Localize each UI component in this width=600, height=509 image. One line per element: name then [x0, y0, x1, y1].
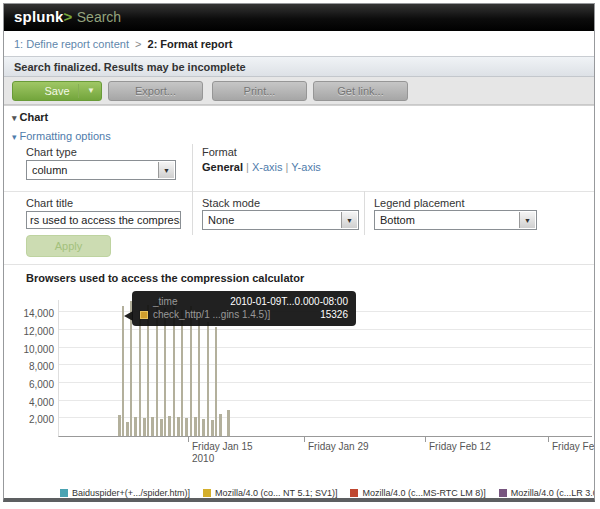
column-bar-short[interactable] [118, 415, 121, 436]
tooltip-time-label: _time [153, 295, 222, 308]
formatting-options-collapse-icon[interactable]: ▾ [12, 132, 17, 142]
chart-section-collapse-icon[interactable]: ▾ [12, 113, 17, 123]
tooltip-pointer-icon [124, 311, 133, 321]
stack-mode-select[interactable]: None ▼ [202, 210, 359, 230]
legend-item-label: Mozilla/4.0 (c...MS-RTC LM 8)] [362, 488, 485, 498]
x-axis-tick-label: Friday Jan 29 [308, 441, 369, 453]
app-name: Search [77, 9, 121, 25]
legend-swatch-icon [499, 489, 507, 497]
legend-swatch-icon [350, 489, 358, 497]
y-axis-tick-label: 4,000 [6, 397, 54, 408]
form-divider-vertical-1 [192, 144, 193, 191]
stack-mode-select-arrow-icon[interactable]: ▼ [341, 212, 357, 228]
save-button-label: Save [44, 85, 69, 97]
stack-mode-label: Stack mode [202, 197, 260, 209]
save-dropdown-caret-icon[interactable]: ▼ [87, 82, 95, 100]
legend-placement-label: Legend placement [374, 197, 465, 209]
legend-swatch-icon [203, 489, 211, 497]
chart-title-label: Chart title [26, 197, 73, 209]
legend-item[interactable]: Mozilla/4.0 (c...MS-RTC LM 8)] [350, 488, 485, 498]
y-axis-tick-label: 10,000 [6, 344, 54, 355]
legend-placement-select-arrow-icon[interactable]: ▼ [519, 212, 535, 228]
legend-item-label: Baiduspider+(+.../spider.htm)] [72, 488, 190, 498]
legend-item[interactable]: Mozilla/4.0 (co... NT 5.1; SV1)] [203, 488, 337, 498]
y-axis-tick-label: 6,000 [6, 379, 54, 390]
export-button[interactable]: Export... [108, 81, 203, 101]
breadcrumb-separator: > [135, 38, 141, 50]
x-axis-tick-label: Friday Jan 152010 [192, 441, 253, 465]
chart-type-select[interactable]: column ▼ [26, 160, 176, 180]
save-button[interactable]: Save ▼ [12, 81, 102, 101]
column-bar-short[interactable] [143, 418, 146, 436]
form-divider-vertical-2 [192, 191, 193, 235]
chart-title-heading: Browsers used to access the compression … [26, 272, 304, 284]
legend-item-label: Mozilla/4.0 (c...LR 3.0.30729)] [511, 488, 595, 498]
legend-placement-select[interactable]: Bottom ▼ [374, 210, 537, 230]
chart-section-header[interactable]: ▾Chart [4, 105, 594, 125]
formatting-options-row: ▾Formatting options [4, 125, 594, 146]
toolbar: Save ▼ Export... Print... Get link... [4, 77, 594, 105]
format-tab-separator-1: | [246, 161, 249, 173]
column-bar-short[interactable] [151, 417, 154, 436]
column-bar[interactable] [215, 327, 217, 436]
y-axis-tick-label: 2,000 [6, 414, 54, 425]
chart-tooltip: _time 2010-01-09T...0.000-08:00 check_ht… [132, 291, 356, 326]
legend-item[interactable]: Mozilla/4.0 (c...LR 3.0.30729)] [499, 488, 595, 498]
x-axis-tick [548, 437, 549, 442]
column-bar-short[interactable] [177, 417, 180, 436]
format-label: Format [202, 146, 237, 158]
column-bar-short[interactable] [168, 416, 171, 436]
x-axis-tick-label: Friday Feb 26 [552, 441, 595, 453]
column-bar[interactable] [139, 310, 141, 436]
tooltip-series-swatch-icon [140, 311, 148, 319]
chart: Friday Jan 152010Friday Jan 29Friday Feb… [4, 284, 595, 501]
column-bar[interactable] [122, 306, 124, 436]
format-tab-separator-2: | [286, 161, 289, 173]
form-divider-horizontal-1 [4, 191, 594, 192]
column-bar[interactable] [198, 312, 200, 436]
legend-placement-value: Bottom [380, 214, 415, 226]
breadcrumb: 1: Define report content > 2: Format rep… [4, 31, 594, 56]
tooltip-series-label: check_http/1 ...gins 1.4.5)] [153, 308, 312, 321]
print-button[interactable]: Print... [212, 81, 307, 101]
x-axis-tick [304, 437, 305, 442]
y-axis-tick-label: 14,000 [6, 308, 54, 319]
y-axis-tick-label: 8,000 [6, 361, 54, 372]
chart-type-label: Chart type [26, 146, 77, 158]
legend-item[interactable]: Baiduspider+(+.../spider.htm)] [60, 488, 190, 498]
y-axis-tick-label: 12,000 [6, 326, 54, 337]
app-window: splunk> Search 1: Define report content … [3, 3, 595, 502]
tooltip-value: 15326 [320, 308, 348, 321]
apply-button[interactable]: Apply [26, 235, 111, 257]
column-bar-short[interactable] [202, 419, 205, 436]
column-bar-short[interactable] [126, 422, 129, 436]
tab-y-axis[interactable]: Y-axis [291, 161, 321, 173]
stack-mode-value: None [208, 214, 234, 226]
get-link-button[interactable]: Get link... [313, 81, 408, 101]
column-bar-short[interactable] [160, 419, 163, 436]
chart-title-input[interactable]: rs used to access the compression calcul… [26, 211, 181, 229]
column-bar[interactable] [207, 322, 209, 436]
formatting-options-link[interactable]: Formatting options [20, 130, 111, 142]
column-bar-short[interactable] [185, 418, 188, 436]
tab-x-axis[interactable]: X-axis [252, 161, 283, 173]
status-bar: Search finalized. Results may be incompl… [4, 56, 594, 77]
column-bar-short[interactable] [194, 417, 197, 436]
breadcrumb-step1-link[interactable]: 1: Define report content [14, 38, 129, 50]
status-message: Search finalized. Results may be incompl… [14, 61, 246, 73]
save-split-divider [78, 84, 79, 98]
legend-swatch-icon [60, 489, 68, 497]
column-bar-short[interactable] [211, 420, 214, 436]
chart-legend: Baiduspider+(+.../spider.htm)]Mozilla/4.… [60, 486, 595, 500]
x-axis-tick [425, 437, 426, 442]
tooltip-time-value: 2010-01-09T...0.000-08:00 [230, 295, 348, 308]
column-bar-short[interactable] [134, 417, 137, 436]
column-bar-short[interactable] [227, 410, 230, 436]
legend-item-label: Mozilla/4.0 (co... NT 5.1; SV1)] [215, 488, 337, 498]
chart-type-select-arrow-icon[interactable]: ▼ [158, 162, 174, 178]
tab-general[interactable]: General [202, 161, 243, 173]
format-tabs: General | X-axis | Y-axis [202, 161, 321, 173]
column-bar[interactable] [164, 308, 166, 436]
column-bar-short[interactable] [219, 414, 222, 436]
column-bar[interactable] [181, 310, 183, 436]
